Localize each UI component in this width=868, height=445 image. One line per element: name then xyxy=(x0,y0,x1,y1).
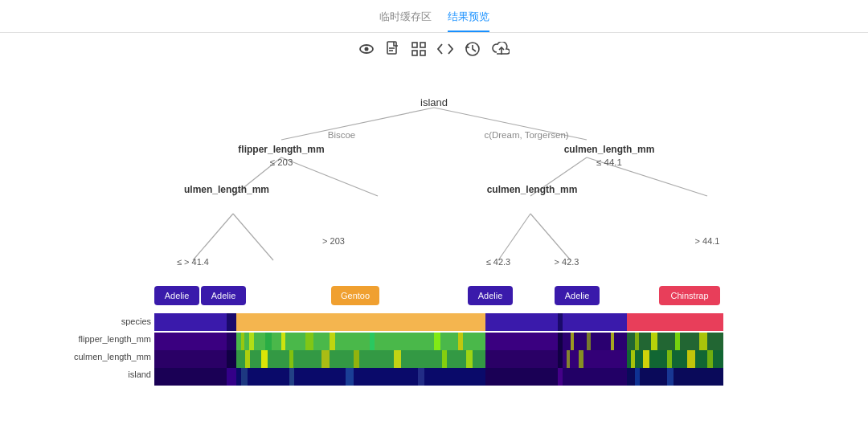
toolbar xyxy=(358,33,510,66)
grid-icon[interactable] xyxy=(411,42,426,60)
history-icon[interactable] xyxy=(465,41,481,61)
cond-le-42: ≤ 42.3 xyxy=(486,257,511,267)
left-left-node-label: ulmen_length_mm xyxy=(184,184,269,195)
hm-fl-stripe4 xyxy=(281,333,285,350)
heatmap-label-island: island xyxy=(128,369,151,379)
svg-line-16 xyxy=(233,214,273,260)
hm-fl-stripe2 xyxy=(249,333,254,350)
hm-cu-g1 xyxy=(245,350,250,368)
left-node1-label: flipper_length_mm xyxy=(238,144,324,155)
hm-cu-cs5 xyxy=(707,350,713,368)
tree-visualization: island Biscoe c(Dream, Torgersen) flippe… xyxy=(8,69,860,414)
hm-cu-g7 xyxy=(442,350,447,368)
heatmap-flipper-seg1 xyxy=(154,333,227,350)
hm-cu-cs1 xyxy=(631,350,635,368)
hm-fl-stripe5 xyxy=(305,333,313,350)
hm-fl-adelie-s3 xyxy=(611,333,614,350)
hm-cu-g3 xyxy=(289,350,293,368)
heatmap-culmen-adelie2 xyxy=(563,350,627,368)
code-icon[interactable] xyxy=(437,43,453,59)
heatmap-species-seg7 xyxy=(627,313,723,331)
left-node1-cond: ≤ 203 xyxy=(270,157,293,167)
hm-is-g4 xyxy=(418,368,424,386)
hm-fl-stripe1 xyxy=(241,333,244,350)
hm-is-g3 xyxy=(346,368,354,386)
leaf-adelie-3-label: Adelie xyxy=(478,291,503,300)
root-node-label: island xyxy=(420,96,448,108)
heatmap-island-adelie2 xyxy=(563,368,627,386)
hm-cu-cs4 xyxy=(687,350,695,368)
hm-fl-stripe8 xyxy=(434,333,440,350)
heatmap-island-adelie xyxy=(485,368,558,386)
main-container: 临时缓存区 结果预览 xyxy=(0,0,868,445)
hm-fl-stripe7 xyxy=(370,333,375,350)
svg-line-14 xyxy=(281,157,378,196)
leaf-chinstrap-label: Chinstrap xyxy=(670,291,708,300)
tab-result-preview[interactable]: 结果预览 xyxy=(448,10,489,32)
heatmap-species-seg3-overlay xyxy=(236,313,485,331)
hm-cu-g8 xyxy=(466,350,473,368)
right-left-node-label: culmen_length_mm xyxy=(487,184,578,195)
hm-cu-g4 xyxy=(321,350,330,368)
right-node1-cond: ≤ 44.1 xyxy=(596,157,622,167)
left-branch-label: Biscoe xyxy=(328,130,356,140)
heatmap-species-seg2 xyxy=(227,313,236,331)
cond-gt-441: > 44.1 xyxy=(695,236,720,246)
heatmap-island-chinstrap xyxy=(627,368,723,386)
svg-rect-6 xyxy=(420,43,425,47)
leaf-gentoo-label: Gentoo xyxy=(341,291,370,300)
heatmap-island-seg1b xyxy=(227,368,236,386)
tab-temp-buffer[interactable]: 临时缓存区 xyxy=(379,10,432,32)
heatmap-island-adelie-b xyxy=(558,368,563,386)
hm-fl-cs3 xyxy=(675,333,680,350)
hm-fl-cs4 xyxy=(699,333,707,350)
leaf-adelie-2-label: Adelie xyxy=(211,291,236,300)
heatmap-culmen-gentoo xyxy=(236,350,485,368)
hm-is-cs2 xyxy=(667,368,674,386)
heatmap-flipper-seg1b xyxy=(227,333,236,350)
hm-fl-stripe9 xyxy=(458,333,463,350)
svg-rect-5 xyxy=(412,43,417,47)
hm-fl-stripe3 xyxy=(265,333,272,350)
svg-line-11 xyxy=(281,108,434,140)
svg-rect-8 xyxy=(420,51,425,55)
right-branch-label: c(Dream, Torgersen) xyxy=(484,130,568,140)
hm-cu-cs3 xyxy=(667,350,672,368)
heatmap-flipper-gentoo xyxy=(236,333,485,350)
cond-le-41: ≤ > 41.4 xyxy=(177,257,209,267)
cond-gt-203: > 203 xyxy=(322,236,345,246)
heatmap-species-seg6 xyxy=(563,313,627,331)
heatmap-culmen-seg1 xyxy=(154,350,227,368)
hm-cu-cs2 xyxy=(643,350,649,368)
cloud-upload-icon[interactable] xyxy=(492,42,510,60)
hm-cu-g6 xyxy=(394,350,401,368)
eye-icon[interactable] xyxy=(358,41,375,61)
hm-cu-a1 xyxy=(567,350,570,368)
pdf-icon[interactable] xyxy=(386,41,400,61)
hm-is-g2 xyxy=(289,368,294,386)
hm-cu-a2 xyxy=(579,350,583,368)
cond-gt-42: > 42.3 xyxy=(555,257,579,267)
leaf-adelie-4-label: Adelie xyxy=(565,291,590,300)
hm-is-cs1 xyxy=(635,368,640,386)
heatmap-species-seg4 xyxy=(485,313,558,331)
tab-bar: 临时缓存区 结果预览 xyxy=(0,0,868,33)
heatmap-culmen-seg1b xyxy=(227,350,236,368)
hm-fl-adelie-s2 xyxy=(587,333,591,350)
heatmap-flipper-seg5 xyxy=(558,333,563,350)
heatmap-island-gentoo xyxy=(236,368,485,386)
right-node1-label: culmen_length_mm xyxy=(564,144,655,155)
hm-is-g1 xyxy=(241,368,248,386)
svg-line-15 xyxy=(193,214,233,260)
hm-fl-stripe6 xyxy=(330,333,335,350)
heatmap-label-culmen: culmen_length_mm xyxy=(74,352,151,361)
hm-cu-g5 xyxy=(354,350,359,368)
leaf-adelie-1-label: Adelie xyxy=(165,291,190,300)
hm-cu-g2 xyxy=(261,350,268,368)
svg-line-20 xyxy=(530,214,571,260)
svg-line-19 xyxy=(498,214,530,260)
heatmap-culmen-adelie xyxy=(485,350,558,368)
hm-fl-adelie-s1 xyxy=(571,333,574,350)
heatmap-island-seg1 xyxy=(154,368,227,386)
heatmap-flipper-seg4 xyxy=(485,333,558,350)
